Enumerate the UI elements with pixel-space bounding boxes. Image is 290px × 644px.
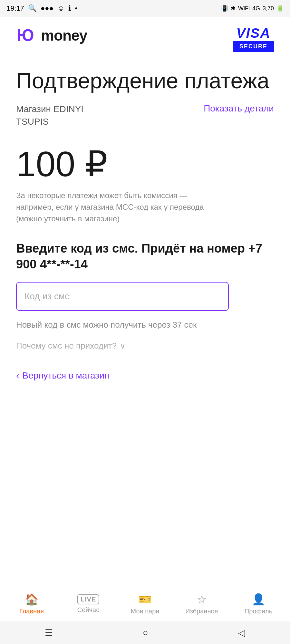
star-icon: ☆ bbox=[197, 593, 207, 606]
nav-item-live[interactable]: LIVE Сейчас bbox=[60, 594, 117, 614]
status-time: 19:17 bbox=[6, 4, 24, 13]
back-to-store-label: Вернуться в магазин bbox=[22, 370, 109, 381]
bluetooth-icon: ✱ bbox=[231, 5, 236, 12]
amount-display: 100 ₽ bbox=[16, 144, 274, 183]
android-back-icon[interactable]: ◁ bbox=[238, 628, 245, 638]
message-icon: ●●● bbox=[41, 4, 53, 13]
face-icon: ☺ bbox=[57, 4, 64, 13]
battery-label: 3,70 bbox=[263, 5, 274, 12]
nav-label-live: Сейчас bbox=[77, 606, 99, 614]
back-to-store-row[interactable]: ‹ Вернуться в магазин bbox=[16, 364, 274, 387]
nav-item-favorites[interactable]: ☆ Избранное bbox=[173, 593, 230, 615]
android-menu-icon[interactable]: ☰ bbox=[45, 628, 53, 638]
bottom-nav: 🏠 Главная LIVE Сейчас 🎫 Мои пари ☆ Избра… bbox=[0, 586, 290, 621]
yomoney-icon: Ю bbox=[16, 26, 37, 44]
home-icon: 🏠 bbox=[25, 593, 38, 606]
nav-label-favorites: Избранное bbox=[185, 608, 218, 615]
nav-item-home[interactable]: 🏠 Главная bbox=[3, 593, 60, 615]
amount-section: 100 ₽ За некоторые платежи может быть ко… bbox=[16, 144, 274, 225]
main-content: Ю money VISA SECURE Подтверждение платеж… bbox=[0, 17, 290, 613]
battery-icon: 🔋 bbox=[276, 5, 284, 12]
dot-icon: • bbox=[75, 4, 77, 13]
info-icon: ℹ bbox=[68, 4, 71, 13]
vibrate-icon: 📳 bbox=[221, 5, 228, 12]
back-arrow-icon: ‹ bbox=[16, 370, 19, 381]
live-badge-icon: LIVE bbox=[77, 594, 99, 604]
yomoney-logo: Ю money bbox=[16, 26, 87, 44]
visa-secure-badge: SECURE bbox=[233, 41, 274, 52]
sms-code-input[interactable] bbox=[16, 282, 229, 311]
why-not-arriving-row[interactable]: Почему смс не приходит? ∨ bbox=[16, 341, 274, 351]
header-logos: Ю money VISA SECURE bbox=[16, 26, 274, 52]
sms-instruction: Введите код из смс. Придёт на номер +7 9… bbox=[16, 241, 274, 273]
ticket-icon: 🎫 bbox=[138, 593, 152, 606]
android-nav-bar: ☰ ○ ◁ bbox=[0, 621, 290, 644]
store-info-row: Магазин EDINYITSUPIS Показать детали bbox=[16, 103, 274, 128]
svg-text:Ю: Ю bbox=[17, 26, 34, 44]
status-bar-right: 📳 ✱ WiFi 4G 3,70 🔋 bbox=[221, 5, 284, 12]
profile-icon: 👤 bbox=[252, 593, 265, 606]
yomoney-text-label: money bbox=[41, 27, 87, 44]
nav-label-home: Главная bbox=[19, 608, 44, 615]
nav-item-profile[interactable]: 👤 Профиль bbox=[230, 593, 287, 615]
page-title: Подтверждение платежа bbox=[16, 68, 274, 93]
visa-secure-block: VISA SECURE bbox=[233, 26, 274, 52]
show-details-link[interactable]: Показать детали bbox=[204, 103, 274, 114]
wifi-icon: WiFi bbox=[238, 5, 250, 12]
sms-section: Введите код из смс. Придёт на номер +7 9… bbox=[16, 241, 274, 351]
nav-label-bets: Мои пари bbox=[131, 608, 160, 615]
resend-note: Новый код в смс можно получить через 37 … bbox=[16, 319, 274, 331]
commission-note: За некоторые платежи может быть комиссия… bbox=[16, 190, 209, 225]
amount-value: 100 bbox=[16, 144, 75, 184]
android-home-icon[interactable]: ○ bbox=[143, 628, 148, 638]
visa-logo: VISA bbox=[236, 26, 270, 40]
chevron-down-icon: ∨ bbox=[120, 341, 126, 351]
currency-symbol: ₽ bbox=[85, 144, 108, 184]
search-icon: 🔍 bbox=[28, 4, 37, 13]
signal-icon: 4G bbox=[252, 5, 260, 12]
status-bar-left: 19:17 🔍 ●●● ☺ ℹ • bbox=[6, 4, 77, 13]
status-bar: 19:17 🔍 ●●● ☺ ℹ • 📳 ✱ WiFi 4G 3,70 🔋 bbox=[0, 0, 290, 17]
store-name: Магазин EDINYITSUPIS bbox=[16, 103, 83, 128]
why-not-text: Почему смс не приходит? bbox=[16, 341, 117, 351]
nav-item-bets[interactable]: 🎫 Мои пари bbox=[117, 593, 173, 615]
nav-label-profile: Профиль bbox=[245, 608, 272, 615]
